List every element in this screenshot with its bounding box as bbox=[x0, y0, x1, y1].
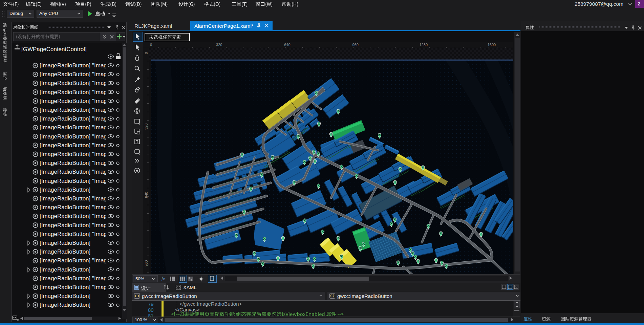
svg-text:640: 640 bbox=[284, 43, 290, 47]
svg-text:1280: 1280 bbox=[420, 43, 428, 47]
svg-text:960: 960 bbox=[144, 260, 148, 266]
svg-text:320: 320 bbox=[216, 43, 222, 47]
svg-text:960: 960 bbox=[352, 43, 358, 47]
svg-text:0: 0 bbox=[144, 52, 148, 54]
svg-text:640: 640 bbox=[144, 192, 148, 198]
svg-text:1600: 1600 bbox=[488, 43, 496, 47]
svg-text:fx: fx bbox=[162, 276, 165, 281]
svg-text:0: 0 bbox=[150, 43, 152, 47]
